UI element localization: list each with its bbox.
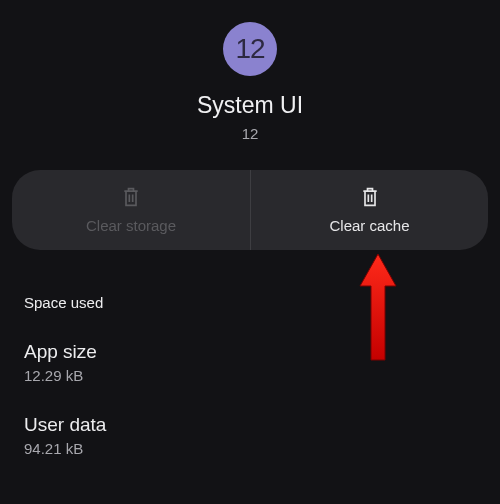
trash-icon	[121, 186, 141, 211]
clear-cache-label: Clear cache	[329, 217, 409, 234]
user-data-label: User data	[24, 414, 476, 436]
app-icon: 12	[223, 22, 277, 76]
clear-cache-button[interactable]: Clear cache	[250, 170, 488, 250]
space-used-section: Space used App size 12.29 kB User data 9…	[0, 294, 500, 457]
app-size-label: App size	[24, 341, 476, 363]
app-header: 12 System UI 12	[0, 0, 500, 142]
clear-storage-label: Clear storage	[86, 217, 176, 234]
app-version: 12	[242, 125, 259, 142]
section-title: Space used	[24, 294, 476, 311]
app-size-row[interactable]: App size 12.29 kB	[24, 341, 476, 384]
storage-action-row: Clear storage Clear cache	[12, 170, 488, 250]
user-data-row[interactable]: User data 94.21 kB	[24, 414, 476, 457]
app-storage-screen: 12 System UI 12 Clear storage Clear cach…	[0, 0, 500, 504]
app-title: System UI	[197, 92, 303, 119]
trash-icon	[360, 186, 380, 211]
clear-storage-button: Clear storage	[12, 170, 250, 250]
app-size-value: 12.29 kB	[24, 367, 476, 384]
user-data-value: 94.21 kB	[24, 440, 476, 457]
app-icon-label: 12	[235, 33, 264, 65]
